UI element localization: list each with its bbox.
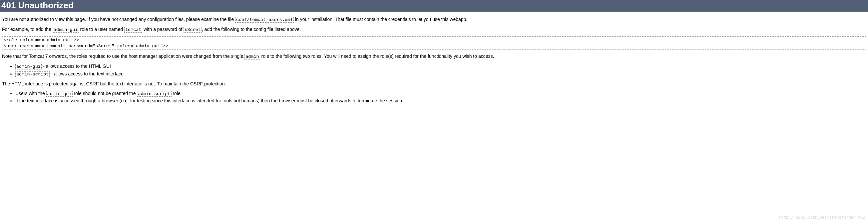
code-admin: admin: [245, 54, 260, 60]
code-admin-script: admin-script: [15, 71, 50, 77]
text: Note that for Tomcat 7 onwards, the role…: [2, 53, 245, 59]
code-user: tomcat: [124, 27, 143, 33]
text: You are not authorized to view this page…: [2, 16, 235, 22]
text: in your installation. That file must con…: [294, 16, 467, 22]
content-body: You are not authorized to view this page…: [0, 12, 868, 110]
code-admin-gui: admin-gui: [15, 64, 42, 69]
text: role to the following two roles. You wil…: [260, 53, 494, 59]
code-password: s3cret: [184, 27, 202, 33]
text: If the text interface is accessed throug…: [15, 98, 403, 103]
list-item: Users with the admin-gui role should not…: [15, 90, 866, 97]
config-code-block: <role rolename="admin-gui"/> <user usern…: [2, 36, 866, 50]
roles-list: admin-gui - allows access to the HTML GU…: [2, 63, 866, 77]
text: role should not be granted the: [72, 91, 137, 96]
code-admin-gui: admin-gui: [46, 91, 72, 97]
text: - allows access to the HTML GUI: [42, 64, 111, 69]
text: Users with the: [15, 91, 46, 96]
intro-paragraph: You are not authorized to view this page…: [2, 16, 866, 23]
text: , add the following to the config file l…: [202, 27, 301, 32]
list-item: admin-gui - allows access to the HTML GU…: [15, 63, 866, 70]
csrf-list: Users with the admin-gui role should not…: [2, 90, 866, 104]
code-path: conf/tomcat-users.xml: [235, 17, 294, 23]
text: with a password of: [142, 27, 184, 32]
list-item: If the text interface is accessed throug…: [15, 98, 866, 104]
list-item: admin-script - allows access to the text…: [15, 71, 866, 77]
text: role.: [172, 91, 182, 96]
text: - allows access to the text interface: [50, 71, 124, 76]
csrf-paragraph: The HTML interface is protected against …: [2, 81, 866, 87]
page-title: 401 Unauthorized: [0, 0, 868, 12]
text: role to a user named: [79, 27, 124, 32]
example-paragraph: For example, to add the admin-gui role t…: [2, 26, 866, 33]
code-admin-script: admin-script: [137, 91, 171, 97]
code-role: admin-gui: [53, 27, 79, 33]
roles-note-paragraph: Note that for Tomcat 7 onwards, the role…: [2, 53, 866, 60]
text: The HTML interface is protected against …: [2, 81, 226, 86]
text: For example, to add the: [2, 27, 53, 32]
